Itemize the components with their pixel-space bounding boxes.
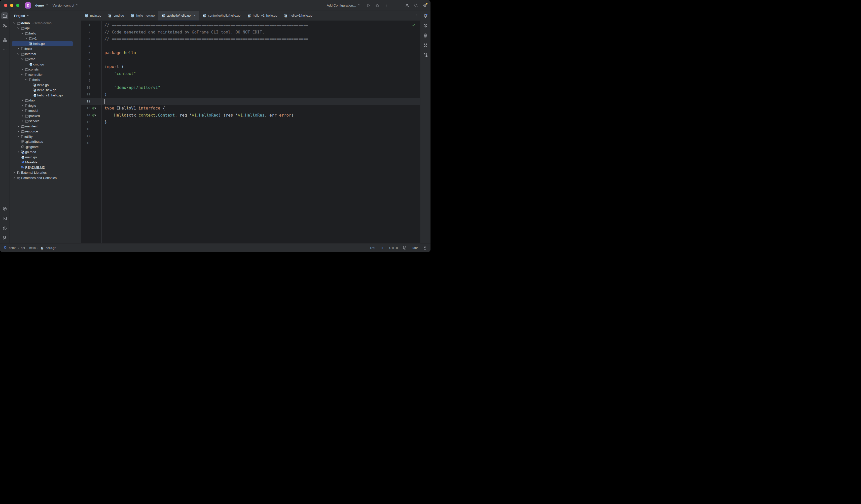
tab-list-icon[interactable] — [413, 12, 419, 19]
close-tab-icon[interactable]: × — [194, 14, 196, 17]
chevron-right-icon[interactable] — [16, 47, 20, 51]
tree-folder-logic[interactable]: logic — [10, 103, 81, 108]
chevron-right-icon[interactable] — [16, 124, 20, 128]
tree-file-readme-md[interactable]: MREADME.MD — [10, 165, 81, 170]
more-actions-icon[interactable] — [383, 2, 389, 9]
chevron-right-icon[interactable] — [12, 171, 16, 175]
tree-file-main-go[interactable]: main.go — [10, 154, 81, 160]
fullscreen-window-button[interactable] — [16, 4, 19, 7]
gopher-tool-button[interactable] — [422, 42, 429, 49]
encoding-widget[interactable]: UTF-8 — [389, 246, 398, 250]
debug-icon[interactable] — [374, 2, 380, 9]
chevron-right-icon[interactable] — [20, 109, 24, 113]
tab-hello-new-go[interactable]: hello_new.go — [127, 11, 158, 21]
tree-file-cmd-go[interactable]: cmd.go — [10, 62, 81, 67]
tree-file-hello-go[interactable]: hello.go — [10, 41, 81, 46]
tree-folder-api[interactable]: api — [10, 26, 81, 31]
project-tool-button[interactable] — [1, 12, 8, 19]
line-number[interactable]: 18 — [81, 139, 91, 147]
structure-tool-button[interactable] — [1, 37, 8, 43]
tree-folder-model[interactable]: model — [10, 108, 81, 113]
line-number[interactable]: 10 — [81, 84, 91, 91]
chevron-right-icon[interactable] — [20, 104, 24, 108]
code-with-me-icon[interactable] — [404, 2, 410, 9]
chevron-down-icon[interactable] — [24, 78, 28, 82]
chevron-right-icon[interactable] — [20, 114, 24, 118]
chevron-right-icon[interactable] — [24, 37, 28, 41]
tree-folder-service[interactable]: service — [10, 119, 81, 124]
line-number[interactable]: 2 — [81, 29, 91, 36]
ai-assistant-tool-button[interactable] — [422, 22, 429, 29]
tree-file-hello-new-go[interactable]: hello_new.go — [10, 87, 81, 93]
tree-folder-hello[interactable]: hello — [10, 77, 81, 83]
tree-file-makefile[interactable]: MMakefile — [10, 160, 81, 165]
terminal-tool-button[interactable] — [1, 215, 8, 222]
project-view-dropdown[interactable]: Project — [14, 14, 29, 18]
chevron-down-icon[interactable] — [16, 26, 20, 30]
chevron-right-icon[interactable] — [12, 176, 16, 180]
project-avatar[interactable]: D — [25, 2, 31, 9]
indent-widget[interactable]: Tab* — [412, 246, 418, 250]
tree-folder-dao[interactable]: dao — [10, 98, 81, 103]
chevron-right-icon[interactable] — [20, 119, 24, 123]
go-help-tool-button[interactable]: ? — [1, 22, 8, 29]
line-number[interactable]: 9 — [81, 77, 91, 84]
inspections-ok-icon[interactable] — [412, 23, 416, 27]
chevron-down-icon[interactable] — [20, 57, 24, 61]
settings-gear-icon[interactable] — [421, 2, 428, 9]
chevron-down-icon[interactable] — [12, 21, 16, 25]
chevron-right-icon[interactable] — [20, 67, 24, 71]
notifications-button[interactable] — [422, 12, 429, 19]
tree-folder-resource[interactable]: resource — [10, 129, 81, 134]
line-number[interactable]: 16 — [81, 126, 91, 133]
tab-api-hello-hello-go[interactable]: api/hello/hello.go× — [158, 11, 199, 21]
line-number[interactable]: 4 — [81, 43, 91, 50]
minimize-window-button[interactable] — [10, 4, 13, 7]
tree-folder-controller[interactable]: controller — [10, 72, 81, 77]
chevron-down-icon[interactable] — [20, 31, 24, 35]
tree-file-gitignore[interactable]: .gitignore — [10, 144, 81, 150]
run-icon[interactable] — [365, 2, 372, 9]
tree-file-go-mod[interactable]: go.mod — [10, 150, 81, 155]
line-number[interactable]: 6 — [81, 56, 91, 64]
chevron-down-icon[interactable] — [20, 72, 24, 77]
line-number[interactable]: 15 — [81, 119, 91, 126]
tab-controller-hello-hello-go[interactable]: controller/hello/hello.go — [199, 11, 244, 21]
gopher-chat-tool-button[interactable] — [422, 52, 429, 59]
chevron-right-icon[interactable] — [20, 98, 24, 103]
breadcrumb-hello-go[interactable]: hello.go — [40, 246, 56, 250]
database-tool-button[interactable] — [422, 32, 429, 39]
more-tool-windows-button[interactable] — [1, 46, 8, 53]
chevron-right-icon[interactable] — [16, 150, 20, 154]
line-separator-widget[interactable]: LF — [381, 246, 384, 250]
chevron-right-icon[interactable] — [16, 130, 20, 133]
line-number[interactable]: 12 — [81, 98, 91, 105]
line-number[interactable]: 7 — [81, 63, 91, 70]
tree-folder-cmd[interactable]: cmd — [10, 57, 81, 62]
problems-tool-button[interactable] — [1, 225, 8, 232]
tree-folder-manifest[interactable]: manifest — [10, 124, 81, 129]
tab-main-go[interactable]: main.go — [81, 11, 105, 21]
tree-folder-hello[interactable]: hello — [10, 31, 81, 36]
tree-file-hello-go[interactable]: hello.go — [10, 82, 81, 87]
line-number[interactable]: 17 — [81, 133, 91, 139]
line-number[interactable]: 11 — [81, 91, 91, 98]
tree-folder-v1[interactable]: v1 — [10, 36, 81, 41]
tree-folder-packed[interactable]: packed — [10, 113, 81, 119]
tree-file-external-libraries[interactable]: External Libraries — [10, 170, 81, 176]
line-number[interactable]: 8 — [81, 70, 91, 77]
tree-folder-internal[interactable]: internal — [10, 51, 81, 57]
line-number[interactable]: 5 — [81, 49, 91, 56]
tree-folder-consts[interactable]: consts — [10, 67, 81, 72]
tree-file-hello-v1-hello-go[interactable]: hello_v1_hello.go — [10, 93, 81, 98]
run-configurations-dropdown[interactable]: Add Configuration… — [325, 2, 363, 9]
line-number[interactable]: 13 — [81, 105, 91, 112]
go-sdk-icon[interactable] — [403, 246, 407, 250]
chevron-right-icon[interactable] — [16, 134, 20, 138]
git-tool-button[interactable] — [1, 235, 8, 242]
breadcrumb-demo[interactable]: demo — [9, 246, 16, 250]
tab-cmd-go[interactable]: cmd.go — [105, 11, 127, 21]
line-number[interactable]: 14 — [81, 112, 91, 119]
search-everywhere-icon[interactable] — [413, 2, 419, 9]
caret-position-widget[interactable]: 12:1 — [370, 246, 375, 250]
